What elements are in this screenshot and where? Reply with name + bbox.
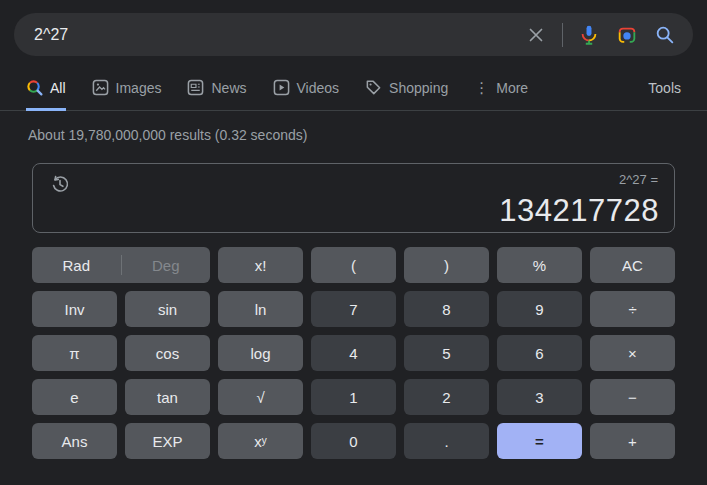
more-dots-icon: ⋮ <box>474 83 489 93</box>
calculator-keypad: RadDegx!()%ACInvsinln789÷πcoslog456×etan… <box>32 247 675 459</box>
calc-key-minus[interactable]: − <box>590 379 675 415</box>
tab-news[interactable]: News <box>187 79 246 111</box>
calc-key-factorial[interactable]: x! <box>218 247 303 283</box>
calc-key-cos[interactable]: cos <box>125 335 210 371</box>
calc-key-exp[interactable]: EXP <box>125 423 210 459</box>
tools-button[interactable]: Tools <box>648 80 681 110</box>
calc-key-log[interactable]: log <box>218 335 303 371</box>
news-icon <box>187 79 204 96</box>
history-icon[interactable] <box>47 171 73 197</box>
calc-key-sqrt[interactable]: √ <box>218 379 303 415</box>
calc-key-open-paren[interactable]: ( <box>311 247 396 283</box>
calc-key-pow[interactable]: xʸ <box>218 423 303 459</box>
calc-key-five[interactable]: 5 <box>404 335 489 371</box>
tab-shopping[interactable]: Shopping <box>365 79 448 111</box>
tab-more[interactable]: ⋮ More <box>474 79 528 111</box>
calc-expression: 2^27 = <box>619 172 658 187</box>
shopping-tag-icon <box>365 79 382 96</box>
tab-videos-label: Videos <box>297 80 340 96</box>
calc-key-percent[interactable]: % <box>497 247 582 283</box>
tab-images[interactable]: Images <box>92 79 162 111</box>
search-divider <box>562 23 563 47</box>
tab-images-label: Images <box>116 80 162 96</box>
calc-key-ans[interactable]: Ans <box>32 423 117 459</box>
calc-key-tan[interactable]: tan <box>125 379 210 415</box>
calc-key-one[interactable]: 1 <box>311 379 396 415</box>
search-bar <box>14 13 693 56</box>
tabs-bar: All Images News <box>0 56 707 111</box>
calc-key-pi[interactable]: π <box>32 335 117 371</box>
images-icon <box>92 79 109 96</box>
tab-videos[interactable]: Videos <box>273 79 340 111</box>
calc-key-six[interactable]: 6 <box>497 335 582 371</box>
tab-all[interactable]: All <box>26 79 66 111</box>
lens-camera-icon[interactable] <box>615 23 639 47</box>
tab-shopping-label: Shopping <box>389 80 448 96</box>
calc-key-equals[interactable]: = <box>497 423 582 459</box>
calc-key-three[interactable]: 3 <box>497 379 582 415</box>
calc-key-four[interactable]: 4 <box>311 335 396 371</box>
calc-key-sin[interactable]: sin <box>125 291 210 327</box>
toggle-option-rad[interactable]: Rad <box>32 257 121 274</box>
calc-key-all-clear[interactable]: AC <box>590 247 675 283</box>
calc-key-close-paren[interactable]: ) <box>404 247 489 283</box>
calc-key-zero[interactable]: 0 <box>311 423 396 459</box>
tab-news-label: News <box>211 80 246 96</box>
calc-key-seven[interactable]: 7 <box>311 291 396 327</box>
search-input[interactable] <box>34 26 524 44</box>
calc-key-e[interactable]: e <box>32 379 117 415</box>
calc-result: 134217728 <box>499 193 659 229</box>
calc-key-plus[interactable]: + <box>590 423 675 459</box>
search-submit-icon[interactable] <box>653 23 677 47</box>
calculator-display: 2^27 = 134217728 <box>32 163 675 233</box>
toggle-option-deg[interactable]: Deg <box>122 257 211 274</box>
calc-key-decimal[interactable]: . <box>404 423 489 459</box>
clear-icon[interactable] <box>524 23 548 47</box>
calc-key-two[interactable]: 2 <box>404 379 489 415</box>
calc-key-nine[interactable]: 9 <box>497 291 582 327</box>
search-tab-icon <box>26 79 43 96</box>
calc-key-inv[interactable]: Inv <box>32 291 117 327</box>
calc-key-ln[interactable]: ln <box>218 291 303 327</box>
calc-key-multiply[interactable]: × <box>590 335 675 371</box>
result-stats: About 19,780,000,000 results (0.32 secon… <box>28 126 707 144</box>
calc-key-rad-deg[interactable]: RadDeg <box>32 247 210 283</box>
videos-icon <box>273 79 290 96</box>
tab-all-label: All <box>50 80 66 96</box>
calc-key-eight[interactable]: 8 <box>404 291 489 327</box>
calc-key-divide[interactable]: ÷ <box>590 291 675 327</box>
microphone-icon[interactable] <box>577 23 601 47</box>
tab-more-label: More <box>496 80 528 96</box>
